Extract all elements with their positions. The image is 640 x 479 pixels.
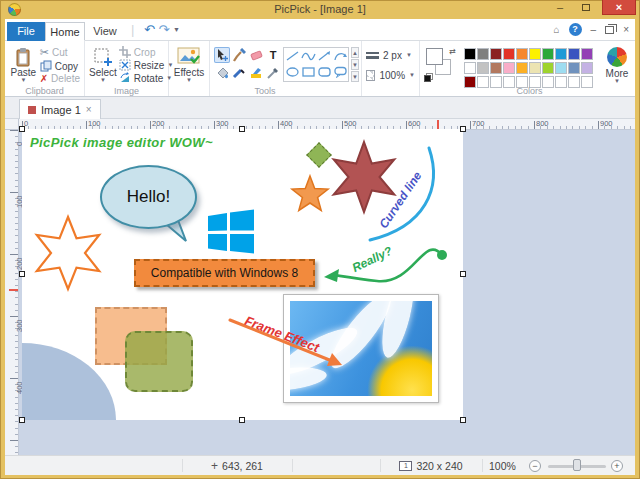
shapes-more-button[interactable]: ▼ xyxy=(351,71,359,82)
child-minimize-button[interactable]: – xyxy=(591,24,597,35)
redo-dropdown-caret[interactable]: ▼ xyxy=(173,26,180,33)
selection-handle[interactable] xyxy=(19,126,25,132)
group-label-colors: Colors xyxy=(420,86,639,96)
selection-handle[interactable] xyxy=(460,126,466,132)
line-width-selector[interactable]: 2 px ▼ xyxy=(366,47,415,64)
delete-x-icon: ✗ xyxy=(40,73,48,84)
tab-view[interactable]: View xyxy=(85,22,125,41)
copy-button[interactable]: Copy xyxy=(40,60,80,72)
swap-colors-icon[interactable]: ⇄ xyxy=(449,47,456,56)
color-swatch[interactable] xyxy=(464,48,476,60)
zoom-out-button[interactable]: − xyxy=(529,460,541,472)
undo-button[interactable]: ↶ xyxy=(144,22,155,37)
paste-button[interactable]: Paste ▼ xyxy=(9,44,38,84)
tool-eraser[interactable] xyxy=(248,47,264,63)
shape-line[interactable] xyxy=(285,50,300,62)
redo-button[interactable]: ↷ xyxy=(159,22,170,37)
color-swatch[interactable] xyxy=(529,62,541,74)
shape-rectangle[interactable] xyxy=(301,66,316,78)
picpick-window: PicPick - [Image 1] – × File Home View |… xyxy=(0,0,640,479)
image-size-indicator: 1 320 x 240 xyxy=(380,456,482,475)
group-label-tools: Tools xyxy=(210,86,320,96)
maximize-button[interactable] xyxy=(576,0,596,15)
color-swatch[interactable] xyxy=(490,48,502,60)
color-swatch[interactable] xyxy=(568,48,580,60)
tool-brush[interactable] xyxy=(231,47,247,63)
shape-arrow-line[interactable] xyxy=(317,50,332,62)
shape-speech-balloon[interactable] xyxy=(333,66,348,78)
tab-file[interactable]: File xyxy=(7,22,45,41)
tab-home[interactable]: Home xyxy=(45,22,85,41)
tool-text[interactable]: T xyxy=(265,47,281,63)
tool-highlighter[interactable] xyxy=(248,64,264,80)
paste-dropdown-caret[interactable]: ▼ xyxy=(20,78,26,83)
color-swatch[interactable] xyxy=(503,48,515,60)
more-colors-button[interactable]: More ▼ xyxy=(599,44,635,84)
shapes-scroll-up[interactable]: ▲ xyxy=(351,47,359,58)
rotate-button[interactable]: Rotate▼ xyxy=(119,72,174,84)
resize-button[interactable]: Resize▼ xyxy=(119,59,174,71)
color-swatch[interactable] xyxy=(555,62,567,74)
divider: | xyxy=(131,22,134,37)
color-swatch[interactable] xyxy=(555,48,567,60)
shape-ellipse[interactable] xyxy=(285,66,300,78)
transparent-color-chip[interactable] xyxy=(424,75,431,82)
ribbon-tab-row: File Home View | ↶ ↷ ▼ ⌂ ? – × xyxy=(5,19,635,41)
tool-eyedropper[interactable] xyxy=(265,64,281,80)
tab-image1[interactable]: Image 1 × xyxy=(19,99,101,119)
statusbar-divider xyxy=(292,459,293,472)
h-ruler-label: 700 xyxy=(472,119,485,128)
document-tab-close-icon[interactable]: × xyxy=(86,104,92,115)
color-swatch[interactable] xyxy=(503,62,515,74)
zoom-in-button[interactable]: + xyxy=(611,460,623,472)
cut-button[interactable]: ✂Cut xyxy=(40,46,80,59)
opacity-icon xyxy=(366,70,375,81)
color-swatch[interactable] xyxy=(542,62,554,74)
selection-handle[interactable] xyxy=(460,417,466,423)
shape-curved-arrow[interactable] xyxy=(333,50,348,62)
headline-text[interactable]: PicPick image editor WOW~ xyxy=(30,135,213,150)
help-icon[interactable]: ? xyxy=(569,23,582,36)
minimize-button[interactable]: – xyxy=(550,0,570,15)
color-swatch[interactable] xyxy=(477,62,489,74)
color-swatch[interactable] xyxy=(516,48,528,60)
crop-button[interactable]: Crop xyxy=(119,46,174,58)
shape-curve[interactable] xyxy=(301,50,316,62)
color-swatch[interactable] xyxy=(581,48,593,60)
color-swatch[interactable] xyxy=(464,62,476,74)
shape-rounded-rectangle[interactable] xyxy=(317,66,332,78)
selection-handle[interactable] xyxy=(239,417,245,423)
tool-pen[interactable] xyxy=(231,64,247,80)
select-dropdown-caret[interactable]: ▼ xyxy=(100,78,106,83)
image-canvas[interactable]: PicPick image editor WOW~ Hello! Compati… xyxy=(22,129,463,420)
selection-handle[interactable] xyxy=(239,126,245,132)
color-swatch[interactable] xyxy=(490,62,502,74)
foreground-color-swatch[interactable] xyxy=(426,48,443,65)
child-restore-icon[interactable] xyxy=(605,26,614,34)
zoom-slider-thumb[interactable] xyxy=(573,459,581,471)
delete-button[interactable]: ✗Delete xyxy=(40,73,80,84)
foreground-background-color-control[interactable]: ⇄ xyxy=(424,48,456,86)
color-swatch[interactable] xyxy=(516,62,528,74)
selection-handle[interactable] xyxy=(460,271,466,277)
color-swatch[interactable] xyxy=(477,48,489,60)
effects-button[interactable]: Effects ▼ xyxy=(173,44,205,84)
home-icon[interactable]: ⌂ xyxy=(554,24,560,35)
h-ruler-label: 300 xyxy=(216,119,229,128)
tool-select-move[interactable] xyxy=(214,47,230,63)
selection-handle[interactable] xyxy=(19,417,25,423)
color-swatch[interactable] xyxy=(581,62,593,74)
paint-bucket-icon xyxy=(215,65,229,79)
child-close-button[interactable]: × xyxy=(623,24,629,35)
canvas-workspace[interactable]: 0100200300400500600700800900 01002003004… xyxy=(5,119,635,455)
opacity-selector[interactable]: 100% ▼ xyxy=(366,67,415,84)
color-swatch[interactable] xyxy=(529,48,541,60)
close-button[interactable]: × xyxy=(602,0,636,15)
color-swatch[interactable] xyxy=(542,48,554,60)
selection-handle[interactable] xyxy=(19,271,25,277)
effects-dropdown-caret[interactable]: ▼ xyxy=(186,78,192,83)
tool-fill[interactable] xyxy=(214,64,230,80)
shapes-scroll-down[interactable]: ▼ xyxy=(351,59,359,70)
select-button[interactable]: Select ▼ xyxy=(89,44,117,84)
color-swatch[interactable] xyxy=(568,62,580,74)
